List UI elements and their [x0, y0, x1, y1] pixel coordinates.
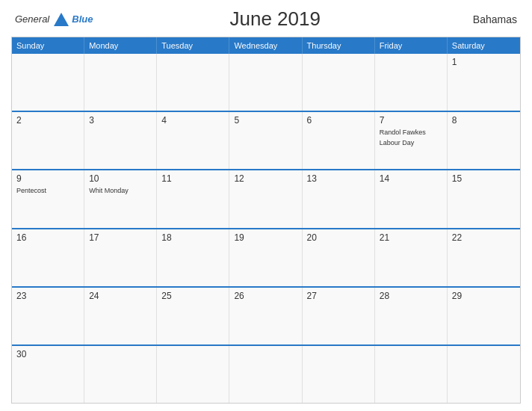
day-number: 3 — [89, 115, 152, 126]
day-cell: 21 — [375, 229, 448, 286]
logo: General Blue — [15, 13, 93, 26]
day-number: 13 — [307, 173, 370, 184]
day-cell: 27 — [303, 288, 375, 344]
day-cell — [157, 54, 229, 111]
day-number: 9 — [16, 173, 79, 184]
week-row-5: 30 — [12, 344, 520, 403]
week-row-2: 9Pentecost10Whit Monday1112131415 — [12, 169, 520, 227]
day-cell: 15 — [448, 170, 520, 227]
day-number: 30 — [16, 349, 79, 359]
logo-blue-text: Blue — [72, 13, 93, 25]
day-number: 18 — [161, 232, 224, 243]
day-cell: 5 — [229, 112, 302, 169]
day-cell — [12, 54, 84, 111]
day-cell: 6 — [303, 112, 375, 169]
day-cell: 8 — [448, 112, 520, 169]
day-cell: 3 — [84, 112, 157, 169]
day-number: 4 — [161, 115, 224, 126]
day-cell — [448, 346, 520, 403]
country-label: Bahamas — [457, 13, 517, 25]
holiday-label: Pentecost — [16, 187, 46, 194]
day-number: 23 — [16, 291, 79, 301]
calendar: Sunday Monday Tuesday Wednesday Thursday… — [11, 37, 521, 404]
holiday-label: Whit Monday — [89, 187, 129, 194]
day-cell — [229, 346, 302, 403]
day-cell — [375, 54, 448, 111]
day-header-monday: Monday — [84, 37, 157, 54]
page: General Blue June 2019 Bahamas Sunday Mo… — [0, 0, 532, 411]
week-row-4: 23242526272829 — [12, 286, 520, 344]
day-number: 16 — [16, 232, 79, 243]
day-number: 25 — [161, 291, 224, 301]
day-number: 22 — [452, 232, 516, 243]
day-cell — [375, 346, 448, 403]
day-number: 8 — [452, 115, 516, 126]
day-number: 26 — [234, 291, 297, 301]
calendar-body: 1234567Randol Fawkes Labour Day89Penteco… — [12, 54, 520, 403]
day-number: 28 — [380, 291, 442, 301]
day-cell: 12 — [229, 170, 302, 227]
day-number: 27 — [307, 291, 370, 301]
day-number: 20 — [307, 232, 370, 243]
day-cell: 17 — [84, 229, 157, 286]
day-header-sunday: Sunday — [12, 37, 84, 54]
logo-general-text: General — [15, 13, 49, 25]
day-header-thursday: Thursday — [303, 37, 375, 54]
day-number: 7 — [380, 115, 442, 126]
day-cell: 29 — [448, 288, 520, 344]
day-cell: 13 — [303, 170, 375, 227]
day-cell: 1 — [448, 54, 520, 111]
day-number: 29 — [452, 291, 516, 301]
day-number: 10 — [89, 173, 152, 184]
day-cell: 11 — [157, 170, 229, 227]
day-number: 5 — [234, 115, 297, 126]
day-number: 11 — [161, 173, 224, 184]
day-header-saturday: Saturday — [448, 37, 520, 54]
day-cell: 22 — [448, 229, 520, 286]
day-number: 6 — [307, 115, 370, 126]
day-header-tuesday: Tuesday — [157, 37, 229, 54]
day-number: 14 — [380, 173, 442, 184]
day-cell: 24 — [84, 288, 157, 344]
day-cell — [303, 54, 375, 111]
day-cell: 2 — [12, 112, 84, 169]
day-cell: 10Whit Monday — [84, 170, 157, 227]
day-number: 19 — [234, 232, 297, 243]
day-cell: 18 — [157, 229, 229, 286]
day-cell: 14 — [375, 170, 448, 227]
day-number: 21 — [380, 232, 442, 243]
header: General Blue June 2019 Bahamas — [11, 7, 521, 31]
day-header-friday: Friday — [375, 37, 448, 54]
logo-triangle-icon — [54, 13, 69, 26]
day-cell — [229, 54, 302, 111]
day-cell: 19 — [229, 229, 302, 286]
day-number: 2 — [16, 115, 79, 126]
day-cell: 16 — [12, 229, 84, 286]
day-cell — [84, 346, 157, 403]
day-cell: 30 — [12, 346, 84, 403]
week-row-0: 1 — [12, 54, 520, 111]
holiday-label: Randol Fawkes Labour Day — [380, 129, 426, 146]
days-header: Sunday Monday Tuesday Wednesday Thursday… — [12, 37, 520, 54]
day-number: 12 — [234, 173, 297, 184]
day-cell: 28 — [375, 288, 448, 344]
day-cell — [84, 54, 157, 111]
day-number: 24 — [89, 291, 152, 301]
day-number: 15 — [452, 173, 516, 184]
day-cell: 26 — [229, 288, 302, 344]
day-cell: 4 — [157, 112, 229, 169]
day-number: 17 — [89, 232, 152, 243]
day-cell — [303, 346, 375, 403]
day-cell: 7Randol Fawkes Labour Day — [375, 112, 448, 169]
week-row-1: 234567Randol Fawkes Labour Day8 — [12, 111, 520, 169]
week-row-3: 16171819202122 — [12, 228, 520, 286]
day-cell: 20 — [303, 229, 375, 286]
day-number: 1 — [452, 57, 516, 67]
month-title: June 2019 — [93, 7, 457, 31]
day-cell: 25 — [157, 288, 229, 344]
day-cell: 23 — [12, 288, 84, 344]
day-cell — [157, 346, 229, 403]
day-header-wednesday: Wednesday — [229, 37, 302, 54]
day-cell: 9Pentecost — [12, 170, 84, 227]
